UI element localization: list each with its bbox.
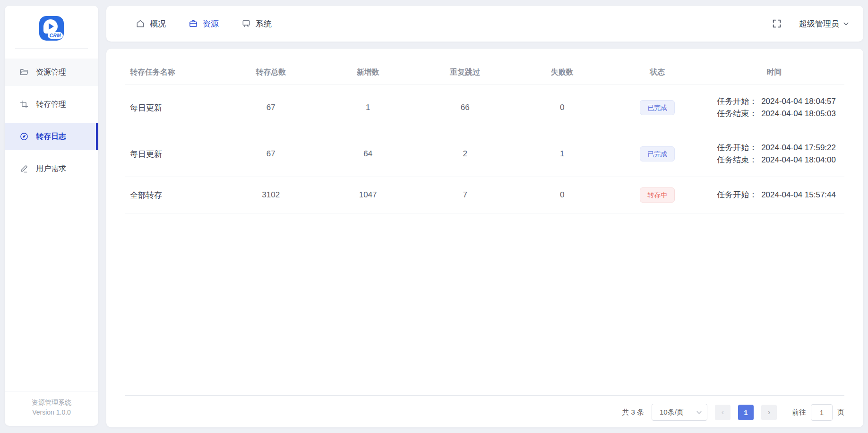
nav-item[interactable]: 资源: [189, 18, 219, 29]
goto-page-input[interactable]: [811, 404, 833, 421]
cell-total: 67: [222, 85, 319, 131]
cell-time: 任务开始：2024-04-04 17:59:22 任务结束：2024-04-04…: [704, 131, 844, 177]
col-task-name: 转存任务名称: [125, 55, 222, 85]
col-time: 时间: [704, 55, 844, 85]
crop-icon: [19, 100, 29, 109]
compass-icon: [19, 132, 29, 141]
table-row: 全部转存 3102 1047 7 0 转存中 任务开始：2024-04-04 1…: [125, 177, 844, 213]
sidebar-item[interactable]: 转存日志: [5, 123, 98, 150]
fullscreen-icon[interactable]: [772, 18, 782, 29]
cell-skipped: 7: [416, 177, 513, 213]
cell-failed: 0: [514, 85, 610, 131]
table-row: 每日更新 67 1 66 0 已完成 任务开始：2024-04-04 18:04…: [125, 85, 844, 131]
cell-time: 任务开始：2024-04-04 18:04:57 任务结束：2024-04-04…: [704, 85, 844, 131]
page-button-1[interactable]: 1: [738, 405, 754, 420]
cell-task-name: 全部转存: [125, 177, 222, 213]
nav-item[interactable]: 系统: [241, 18, 272, 29]
col-status: 状态: [610, 55, 704, 85]
sidebar-item-label: 转存日志: [36, 132, 66, 142]
goto-suffix: 页: [837, 408, 844, 417]
status-badge: 已完成: [640, 146, 675, 161]
chevron-down-icon: [696, 409, 702, 416]
sidebar: CRM 资源管理 转存管理 转存日志 用户需求 资源管理系统 Version 1…: [5, 6, 98, 426]
cell-skipped: 66: [416, 85, 513, 131]
col-failed: 失败数: [514, 55, 610, 85]
cell-task-name: 每日更新: [125, 85, 222, 131]
sidebar-item-label: 转存管理: [36, 100, 66, 110]
sidebar-item[interactable]: 用户需求: [5, 155, 98, 182]
home-icon: [136, 19, 145, 28]
top-nav: 概况 资源 系统: [136, 18, 272, 29]
chevron-down-icon: [843, 21, 849, 27]
cell-added: 1: [319, 85, 416, 131]
cell-time: 任务开始：2024-04-04 15:57:44: [704, 177, 844, 213]
col-added: 新增数: [319, 55, 416, 85]
page-size-value: 10条/页: [660, 408, 684, 417]
page-buttons: 1: [738, 405, 754, 420]
user-name: 超级管理员: [799, 18, 839, 29]
status-badge: 转存中: [640, 187, 675, 203]
cell-total: 3102: [222, 177, 319, 213]
sidebar-item[interactable]: 转存管理: [5, 91, 98, 118]
logo-area: CRM: [5, 6, 98, 48]
cell-added: 64: [319, 131, 416, 177]
table-row: 每日更新 67 64 2 1 已完成 任务开始：2024-04-04 17:59…: [125, 131, 844, 177]
transfer-log-table: 转存任务名称 转存总数 新增数 重复跳过 失败数 状态 时间 每日更新 67 1…: [125, 55, 844, 213]
folder-icon: [19, 68, 29, 77]
time-line-start: 任务开始：2024-04-04 18:04:57: [717, 95, 836, 108]
cell-skipped: 2: [416, 131, 513, 177]
briefcase-icon: [189, 19, 198, 28]
pagination-bar: 共 3 条 10条/页 ‹ 1 › 前往 页: [125, 395, 844, 422]
col-skipped: 重复跳过: [416, 55, 513, 85]
edit-icon: [19, 164, 29, 173]
cell-status: 已完成: [610, 131, 704, 177]
status-badge: 已完成: [640, 100, 675, 115]
nav-item-label: 概况: [150, 18, 166, 29]
time-line-start: 任务开始：2024-04-04 17:59:22: [717, 142, 836, 154]
time-line-end: 任务结束：2024-04-04 18:05:03: [717, 108, 836, 120]
col-total: 转存总数: [222, 55, 319, 85]
sidebar-footer-title: 资源管理系统: [5, 398, 98, 408]
cell-added: 1047: [319, 177, 416, 213]
sidebar-footer-version: Version 1.0.0: [5, 408, 98, 417]
nav-item-label: 资源: [203, 18, 219, 29]
sidebar-footer: 资源管理系统 Version 1.0.0: [5, 391, 98, 426]
header-right: 超级管理员: [772, 18, 849, 29]
top-header: 概况 资源 系统 超级管理员: [106, 6, 863, 42]
user-dropdown[interactable]: 超级管理员: [799, 18, 849, 29]
logo-text: CRM: [48, 32, 63, 39]
sidebar-menu: 资源管理 转存管理 转存日志 用户需求: [5, 53, 98, 185]
next-page-button[interactable]: ›: [761, 405, 777, 420]
goto-page: 前往 页: [792, 404, 844, 421]
nav-item-label: 系统: [256, 18, 272, 29]
cell-failed: 1: [514, 131, 610, 177]
sidebar-item-label: 用户需求: [36, 164, 66, 174]
time-line-end: 任务结束：2024-04-04 18:04:00: [717, 154, 836, 166]
time-line-start: 任务开始：2024-04-04 15:57:44: [717, 189, 836, 201]
content-panel: 转存任务名称 转存总数 新增数 重复跳过 失败数 状态 时间 每日更新 67 1…: [106, 49, 863, 427]
sidebar-item[interactable]: 资源管理: [5, 59, 98, 86]
logo-play-icon: [43, 19, 58, 34]
nav-item[interactable]: 概况: [136, 18, 166, 29]
screen-icon: [241, 19, 251, 28]
cell-total: 67: [222, 131, 319, 177]
goto-label: 前往: [792, 408, 806, 417]
table-header-row: 转存任务名称 转存总数 新增数 重复跳过 失败数 状态 时间: [125, 55, 844, 85]
logo-divider: [15, 48, 88, 49]
cell-status: 已完成: [610, 85, 704, 131]
prev-page-button[interactable]: ‹: [715, 405, 730, 420]
cell-failed: 0: [514, 177, 610, 213]
page-size-select[interactable]: 10条/页: [652, 404, 707, 421]
cell-status: 转存中: [610, 177, 704, 213]
crm-logo-icon: CRM: [39, 16, 64, 41]
sidebar-item-label: 资源管理: [36, 68, 66, 77]
cell-task-name: 每日更新: [125, 131, 222, 177]
pagination-total: 共 3 条: [622, 408, 644, 417]
